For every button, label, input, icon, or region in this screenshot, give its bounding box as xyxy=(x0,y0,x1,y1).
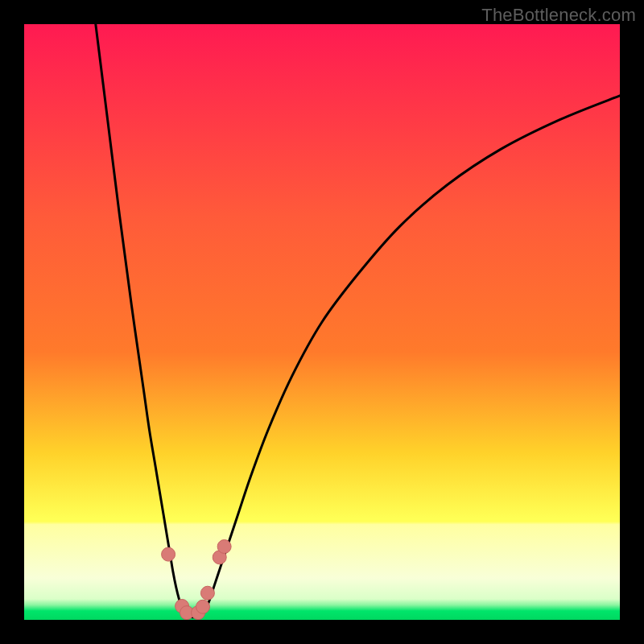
bottleneck-curve-chart xyxy=(24,24,620,620)
watermark-text: TheBottleneck.com xyxy=(481,5,636,26)
data-marker xyxy=(196,600,210,613)
data-marker xyxy=(200,586,214,600)
data-marker xyxy=(217,539,231,553)
data-marker xyxy=(162,547,175,561)
plot-area xyxy=(24,24,620,620)
chart-frame: TheBottleneck.com xyxy=(0,0,644,644)
